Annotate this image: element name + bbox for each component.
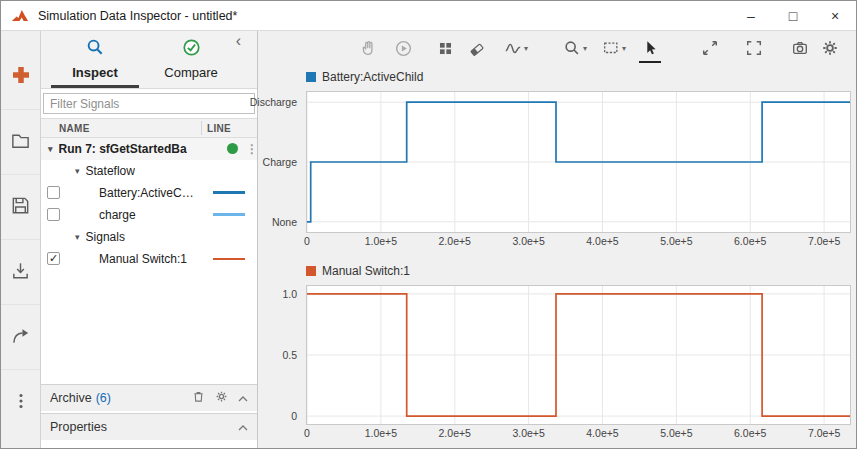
replay-icon[interactable]	[393, 38, 413, 58]
run-row[interactable]: ▾ Run 7: sfGetStartedBa ⋮	[41, 138, 257, 160]
x-tick-label: 3.0e+5	[507, 235, 551, 247]
folder-icon	[10, 130, 31, 155]
battery-activechild-chart: Battery:ActiveChild DischargeChargeNone …	[258, 69, 856, 251]
signal-label: Manual Switch:1	[99, 252, 187, 266]
group-row-signals[interactable]: ▾ Signals	[41, 226, 257, 248]
left-toolbar	[1, 31, 41, 448]
x-tick-label: 7.0e+5	[802, 235, 846, 247]
signal-label: Battery:ActiveChild	[99, 186, 199, 200]
export-icon	[10, 325, 31, 350]
import-button[interactable]	[1, 240, 40, 305]
y-tick-label: 0.5	[282, 349, 297, 361]
plot-toolbar: ▾ ▾ ▾	[258, 31, 856, 65]
import-icon	[10, 260, 31, 285]
trash-icon[interactable]	[192, 390, 205, 406]
export-button[interactable]	[1, 305, 40, 370]
snapshot-camera-icon[interactable]	[790, 38, 810, 58]
open-button[interactable]	[1, 110, 40, 175]
new-plot-button[interactable]	[1, 45, 40, 110]
run-status-dot	[227, 143, 238, 154]
title-bar: Simulation Data Inspector - untitled* – …	[1, 1, 856, 31]
chevron-down-icon[interactable]: ▾	[48, 144, 53, 154]
sidebar-tabs: Inspect Compare ‹	[41, 31, 257, 89]
chart-legend: Manual Switch:1	[306, 263, 856, 279]
signal-checkbox[interactable]	[47, 208, 60, 221]
clear-plots-eraser-icon[interactable]	[467, 38, 487, 58]
x-tick-label: 0	[285, 235, 329, 247]
properties-bar[interactable]: Properties	[41, 413, 257, 440]
y-axis-labels: 1.00.50	[258, 285, 300, 443]
y-tick-label: 0	[291, 410, 297, 422]
minimize-button[interactable]: –	[730, 1, 772, 30]
chevron-up-icon[interactable]	[238, 420, 248, 434]
signal-checkbox[interactable]: ✓	[47, 252, 60, 265]
collapse-panel-icon[interactable]: ‹	[236, 32, 241, 50]
fullscreen-icon[interactable]	[744, 38, 764, 58]
signal-row-charge[interactable]: charge	[41, 204, 257, 226]
chevron-down-icon[interactable]: ▾	[75, 232, 80, 242]
signal-line-swatch	[213, 191, 245, 194]
group-row-stateflow[interactable]: ▾ Stateflow	[41, 160, 257, 182]
chevron-down-icon[interactable]: ▾	[583, 44, 587, 53]
window-controls: – □ ×	[730, 1, 856, 30]
window-title: Simulation Data Inspector - untitled*	[38, 9, 237, 23]
signal-row-manual-switch[interactable]: ✓ Manual Switch:1	[41, 248, 257, 270]
archive-label: Archive	[50, 391, 92, 405]
plot-wrap: DischargeChargeNone 01.0e+52.0e+53.0e+54…	[258, 91, 856, 251]
table-header: NAME LINE	[41, 118, 257, 138]
group-label: Stateflow	[86, 164, 135, 178]
tab-inspect[interactable]: Inspect	[51, 38, 139, 88]
x-tick-label: 1.0e+5	[359, 427, 403, 439]
pan-hand-icon[interactable]	[358, 38, 378, 58]
x-tick-label: 5.0e+5	[654, 235, 698, 247]
x-tick-label: 4.0e+5	[581, 235, 625, 247]
vertical-dots-icon	[11, 391, 31, 415]
tab-compare-label: Compare	[164, 65, 217, 80]
run-menu-icon[interactable]: ⋮	[246, 142, 258, 156]
fit-to-view-icon[interactable]	[601, 38, 621, 58]
x-tick-label: 3.0e+5	[507, 427, 551, 439]
signal-row-battery[interactable]: Battery:ActiveChild	[41, 182, 257, 204]
plot-canvas[interactable]	[306, 91, 851, 233]
x-tick-label: 6.0e+5	[728, 235, 772, 247]
save-button[interactable]	[1, 175, 40, 240]
plot-canvas[interactable]	[306, 285, 851, 425]
app-body: Inspect Compare ‹ NAME LINE ▾	[1, 31, 856, 448]
archive-bar[interactable]: Archive (6)	[41, 384, 257, 411]
chevron-down-icon[interactable]: ▾	[524, 44, 528, 53]
zoom-icon[interactable]	[562, 38, 582, 58]
archive-actions	[192, 390, 248, 406]
tab-compare[interactable]: Compare	[143, 38, 239, 88]
sidebar-panel: Inspect Compare ‹ NAME LINE ▾	[41, 31, 258, 448]
properties-label: Properties	[50, 420, 107, 434]
x-tick-label: 7.0e+5	[802, 427, 846, 439]
x-tick-label: 1.0e+5	[359, 235, 403, 247]
filter-signals-input[interactable]	[43, 93, 255, 114]
check-circle-icon	[182, 38, 201, 61]
expand-plot-icon[interactable]	[700, 38, 720, 58]
close-button[interactable]: ×	[814, 1, 856, 30]
y-tick-label: Discharge	[250, 96, 297, 108]
more-options-button[interactable]	[1, 370, 40, 435]
filter-wrap	[41, 89, 257, 118]
select-cursor-icon[interactable]	[640, 38, 660, 58]
archive-count: (6)	[96, 391, 111, 405]
legend-swatch	[306, 72, 316, 82]
run-label: Run 7: sfGetStartedBa	[59, 142, 187, 156]
gear-icon[interactable]	[215, 390, 228, 406]
plus-icon	[9, 63, 33, 91]
chevron-down-icon[interactable]: ▾	[622, 44, 626, 53]
signal-checkbox[interactable]	[47, 186, 60, 199]
signal-wave-icon[interactable]	[503, 38, 523, 58]
maximize-button[interactable]: □	[772, 1, 814, 30]
chevron-down-icon[interactable]: ▾	[75, 166, 80, 176]
chart-legend: Battery:ActiveChild	[306, 69, 856, 85]
chevron-up-icon[interactable]	[238, 391, 248, 405]
settings-gear-icon[interactable]	[820, 38, 840, 58]
sidebar-filler	[41, 270, 257, 384]
tab-inspect-label: Inspect	[72, 65, 118, 80]
subplot-layout-icon[interactable]	[435, 38, 455, 58]
column-header-line: LINE	[207, 123, 231, 134]
search-icon	[86, 38, 105, 61]
y-tick-label: 1.0	[282, 288, 297, 300]
